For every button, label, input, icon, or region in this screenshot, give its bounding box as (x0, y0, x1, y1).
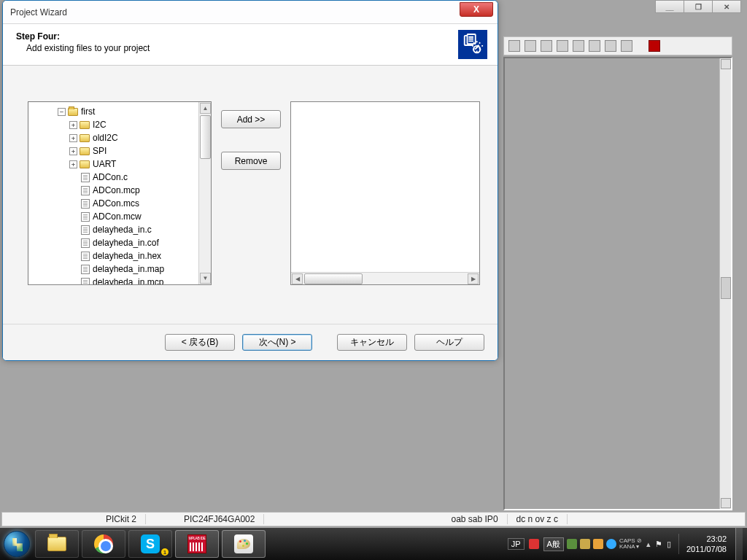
scroll-thumb[interactable] (200, 115, 211, 159)
cancel-button[interactable]: キャンセル (337, 334, 407, 351)
tree-label: ADCon.mcw (93, 210, 142, 223)
file-icon (81, 173, 90, 182)
scroll-thumb[interactable] (721, 277, 731, 299)
status-bank: oab sab IP0 (443, 514, 508, 524)
step-subtitle: Add existing files to your project (16, 43, 484, 53)
tree-file[interactable]: ADCon.c (30, 171, 209, 184)
toolbar-icon[interactable] (508, 40, 520, 52)
tray-help-icon[interactable] (606, 539, 616, 549)
add-button[interactable]: Add >> (221, 110, 281, 128)
tree-folder[interactable]: SPI (30, 144, 209, 158)
scroll-down-icon[interactable]: ▼ (200, 273, 211, 284)
back-label: < 戻る(B) (182, 336, 218, 349)
file-icon (81, 186, 90, 195)
dialog-titlebar[interactable]: Project Wizard X (3, 1, 498, 24)
tree-scrollbar[interactable]: ▲ ▼ (198, 102, 211, 284)
help-button[interactable]: ヘルプ (414, 334, 484, 351)
toolbar-icon[interactable] (557, 40, 568, 52)
tree-label: delayheda_in.mcp (93, 276, 163, 285)
mplab-icon (187, 534, 206, 553)
dest-h-scrollbar[interactable]: ◀ ▶ (291, 272, 479, 284)
tray-ime-icon[interactable] (580, 539, 590, 549)
skype-icon: S1 (141, 534, 160, 553)
start-button[interactable] (0, 528, 34, 560)
wizard-icon (458, 30, 487, 59)
tree-folder[interactable]: I2C (30, 118, 209, 131)
toolbar-icon[interactable] (589, 40, 600, 52)
tree-file[interactable]: ADCon.mcw (30, 210, 209, 223)
parent-restore-button[interactable]: ❐ (684, 0, 713, 13)
file-icon (81, 212, 90, 222)
tree-folder[interactable]: oldI2C (30, 131, 209, 144)
tree-folder[interactable]: UART (30, 158, 209, 171)
toolbar-icon[interactable] (525, 40, 536, 52)
collapse-icon[interactable] (58, 108, 66, 116)
scroll-up-icon[interactable] (721, 59, 731, 69)
tray-clock[interactable]: 23:02 2011/07/08 (686, 534, 731, 554)
parent-minimize-button[interactable]: __ (655, 0, 684, 13)
tree-file[interactable]: delayheda_in.cof (30, 236, 209, 249)
dialog-footer: < 戻る(B) 次へ(N) > キャンセル ヘルプ (3, 324, 498, 360)
show-desktop-button[interactable] (735, 528, 743, 560)
next-button[interactable]: 次へ(N) > (242, 334, 312, 351)
tree-label: oldI2C (93, 131, 118, 144)
taskbar-paint-button[interactable] (222, 530, 266, 558)
parent-close-button[interactable]: ✕ (712, 0, 741, 13)
project-wizard-dialog: Project Wizard X Step Four: Add existing… (2, 0, 498, 361)
tray-battery-icon[interactable]: ▯ (667, 540, 671, 549)
scroll-right-icon[interactable]: ▶ (468, 273, 479, 284)
tree-file[interactable]: delayheda_in.hex (30, 249, 209, 262)
taskbar-skype-button[interactable]: S1 (128, 530, 172, 558)
source-file-tree[interactable]: first I2C oldI2C (28, 101, 212, 285)
taskbar-explorer-button[interactable] (35, 530, 79, 558)
tree-file[interactable]: delayheda_in.mcp (30, 276, 209, 285)
tray-ime-mode[interactable]: A般 (543, 537, 564, 551)
dialog-close-button[interactable]: X (460, 2, 493, 17)
tree-file[interactable]: ADCon.mcp (30, 184, 209, 197)
taskbar-chrome-button[interactable] (82, 530, 125, 558)
remove-button[interactable]: Remove (221, 152, 281, 170)
tree-file[interactable]: delayheda_in.c (30, 223, 209, 236)
scroll-up-icon[interactable]: ▲ (200, 103, 211, 114)
tray-ime-icon[interactable] (567, 539, 577, 549)
back-button[interactable]: < 戻る(B) (165, 334, 235, 351)
step-title: Step Four: (16, 31, 484, 42)
expand-icon[interactable] (69, 121, 77, 129)
expand-icon[interactable] (69, 134, 77, 142)
background-toolbar (503, 36, 732, 55)
mdi-work-area (503, 57, 732, 510)
tray-lang[interactable]: JP (508, 538, 525, 550)
tree-folder-root[interactable]: first (30, 105, 209, 118)
tree-file[interactable]: delayheda_in.map (30, 262, 209, 276)
scroll-thumb[interactable] (304, 273, 363, 284)
help-label: ヘルプ (436, 336, 462, 349)
toolbar-icon[interactable] (621, 40, 632, 52)
tree-label: ADCon.mcs (93, 197, 139, 210)
tree-file[interactable]: ADCon.mcs (30, 197, 209, 210)
file-icon (81, 252, 90, 261)
add-button-label: Add >> (237, 114, 266, 125)
tray-app-icon[interactable] (529, 539, 539, 549)
toolbar-icon[interactable] (541, 40, 552, 52)
tray-flag-icon[interactable]: ⚑ (655, 540, 662, 549)
destination-file-list[interactable]: ◀ ▶ (290, 101, 480, 285)
status-device: PIC24FJ64GA002 (175, 514, 264, 524)
expand-icon[interactable] (69, 147, 77, 155)
file-icon (81, 278, 90, 286)
toolbar-icon[interactable] (649, 40, 660, 52)
work-area-scrollbar[interactable] (719, 58, 731, 509)
tray-chevron-up-icon[interactable]: ▴ (646, 540, 651, 549)
toolbar-icon[interactable] (573, 40, 584, 52)
expand-icon[interactable] (69, 160, 77, 168)
file-icon (81, 225, 90, 235)
close-icon: X (473, 4, 479, 15)
tree-label: UART (93, 158, 116, 171)
scroll-left-icon[interactable]: ◀ (292, 273, 303, 284)
tree-label: delayheda_in.hex (93, 249, 161, 262)
scroll-down-icon[interactable] (721, 498, 731, 508)
tray-ime-icon[interactable] (593, 539, 603, 549)
toolbar-icon[interactable] (605, 40, 616, 52)
windows-logo-icon (4, 531, 30, 557)
taskbar-mplab-button[interactable] (175, 530, 219, 558)
folder-icon (47, 537, 66, 551)
